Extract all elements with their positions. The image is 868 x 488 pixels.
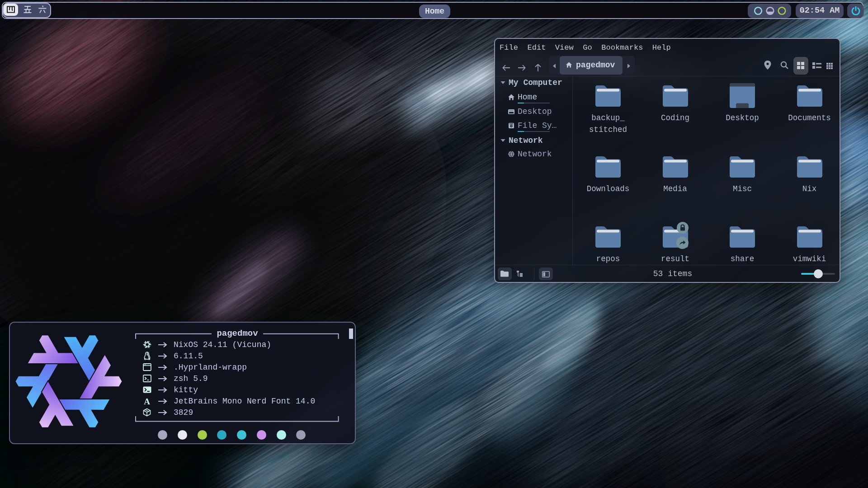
svg-text:A: A (144, 397, 150, 405)
